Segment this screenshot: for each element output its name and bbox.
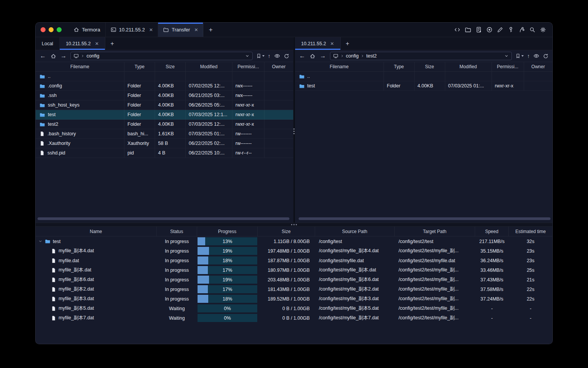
show-hidden-button[interactable] — [533, 53, 539, 59]
transfer-splitter[interactable] — [36, 223, 552, 227]
column-header[interactable]: Size — [258, 227, 315, 236]
minimize-window-button[interactable] — [49, 27, 54, 32]
transfer-size: 181.43MB / 1.00GB — [258, 284, 315, 294]
titlebar-tab[interactable]: Transfer ✕ — [158, 23, 203, 37]
column-header[interactable]: Speed — [475, 227, 509, 236]
column-header[interactable]: Permissi... — [232, 62, 265, 71]
column-header[interactable]: Filename — [295, 62, 384, 71]
close-tab-icon[interactable]: ✕ — [149, 28, 153, 32]
forward-button[interactable]: → — [320, 53, 327, 59]
file-row[interactable]: test2 Folder 4.00KB 07/03/2025 12:... rw… — [36, 120, 293, 129]
file-row[interactable]: .bash_history bash_hi... 1.61KB 07/03/20… — [36, 129, 293, 139]
home-button[interactable] — [50, 53, 57, 59]
transfer-speed: 33.46MB/s — [475, 265, 509, 275]
file-icon — [39, 150, 45, 156]
column-header[interactable]: Type — [124, 62, 155, 71]
transfer-row[interactable]: myfile_副本.dat In progress 17% 180.97MB /… — [36, 265, 552, 275]
horizontal-scrollbar[interactable] — [299, 217, 551, 220]
transfer-eta: 23s — [509, 246, 552, 256]
filename: test2 — [48, 122, 58, 127]
new-tab-button[interactable]: + — [203, 23, 218, 37]
filename: test — [307, 83, 315, 89]
bookmark-dropdown-icon[interactable] — [262, 55, 265, 57]
column-header[interactable]: Source Path — [315, 227, 395, 236]
transfer-speed: 37.24MB/s — [475, 294, 509, 304]
transfer-row[interactable]: test In progress 13% 1.11GB / 8.00GB /co… — [36, 237, 552, 246]
back-button[interactable]: ← — [39, 53, 46, 59]
close-tab-icon[interactable]: ✕ — [194, 28, 198, 32]
file-row[interactable]: .ssh Folder 4.00KB 06/21/2025 03:... rwx… — [36, 91, 293, 100]
titlebar-tab[interactable]: 10.211.55.2 ✕ — [106, 23, 158, 37]
panel-tab[interactable]: Local — [36, 37, 60, 50]
collapse-chevron-icon[interactable] — [38, 239, 42, 243]
bookmark-button[interactable] — [256, 53, 265, 59]
path-segment[interactable]: test2 — [361, 53, 377, 59]
column-header[interactable]: Modified — [186, 62, 232, 71]
file-row[interactable]: test Folder 4.00KB 07/03/2025 01:... rwx… — [295, 81, 553, 91]
titlebar-tab[interactable]: Termora — [69, 23, 106, 37]
file-row[interactable]: .Xauthority Xauthority 58 B 06/22/2025 0… — [36, 139, 293, 148]
path-segment[interactable]: config — [81, 53, 99, 59]
upload-button[interactable]: ↑ — [527, 53, 530, 59]
zoom-window-button[interactable] — [57, 27, 62, 32]
column-header[interactable]: Type — [384, 62, 415, 71]
path-input[interactable]: config — [70, 52, 253, 60]
file-row[interactable]: .config Folder 4.00KB 07/02/2025 12:... … — [36, 81, 293, 91]
column-header[interactable]: Size — [155, 62, 186, 71]
show-hidden-button[interactable] — [274, 53, 280, 59]
file-row[interactable]: .. — [295, 72, 553, 81]
close-tab-icon[interactable]: ✕ — [330, 41, 334, 46]
chevron-down-icon[interactable] — [504, 54, 509, 58]
computer-icon — [74, 53, 79, 59]
panel-tab[interactable]: 10.211.55.2 ✕ — [295, 37, 341, 50]
home-button[interactable] — [309, 53, 316, 59]
column-header[interactable]: Target Path — [395, 227, 475, 236]
file-row[interactable]: test Folder 4.00KB 07/03/2025 12:1... rw… — [36, 110, 293, 120]
transfer-row[interactable]: myfile_副本6.dat In progress 19% 203.48MB … — [36, 275, 552, 284]
path-input[interactable]: config test2 — [330, 52, 512, 60]
column-header[interactable]: Estimated time — [509, 227, 552, 236]
transfer-row[interactable]: myfile_副本5.dat Waiting 0% 0 B / 1.00GB /… — [36, 304, 552, 313]
column-header[interactable]: Status — [157, 227, 197, 236]
close-window-button[interactable] — [41, 27, 46, 32]
chevron-down-icon[interactable] — [245, 54, 250, 58]
new-panel-tab-button[interactable]: + — [341, 37, 354, 50]
file-size: 4 B — [155, 148, 186, 158]
forward-button[interactable]: → — [60, 53, 67, 59]
file-owner — [265, 81, 293, 90]
refresh-button[interactable] — [284, 53, 289, 59]
transfer-status: In progress — [157, 256, 197, 265]
file-row[interactable]: ssh_host_keys Folder 4.00KB 06/26/2025 0… — [36, 100, 293, 110]
refresh-button[interactable] — [543, 53, 549, 59]
transfer-row[interactable]: myfile_副本2.dat In progress 17% 181.43MB … — [36, 284, 552, 294]
file-row[interactable]: .. — [36, 72, 293, 81]
column-header[interactable]: Name — [36, 227, 157, 236]
column-header[interactable]: Modified — [445, 62, 492, 71]
transfer-name: myfile_副本2.dat — [59, 286, 94, 292]
horizontal-scrollbar[interactable] — [38, 217, 289, 220]
file-row[interactable]: sshd.pid pid 4 B 06/22/2025 10:... rw-r-… — [36, 148, 293, 158]
column-header[interactable]: Filename — [36, 62, 124, 71]
transfer-row[interactable]: myfile_副本7.dat Waiting 0% 0 B / 1.00GB /… — [36, 313, 552, 323]
new-panel-tab-button[interactable]: + — [105, 37, 119, 50]
column-header[interactable]: Owner — [524, 62, 553, 71]
column-header[interactable]: Progress — [197, 227, 258, 236]
column-header[interactable]: Permissi... — [492, 62, 524, 71]
filename: ssh_host_keys — [48, 102, 80, 108]
transfer-row[interactable]: myfile_副本3.dat In progress 18% 189.52MB … — [36, 294, 552, 304]
transfer-row[interactable]: myfile.dat In progress 18% 187.87MB / 1.… — [36, 256, 552, 265]
transfer-status: In progress — [157, 265, 197, 275]
bookmark-dropdown-icon[interactable] — [521, 55, 524, 57]
panel-tab[interactable]: 10.211.55.2 ✕ — [60, 37, 105, 50]
upload-button[interactable]: ↑ — [268, 53, 271, 59]
back-button[interactable]: ← — [299, 53, 306, 59]
file-modified: 07/03/2025 12:1... — [186, 110, 232, 119]
column-header[interactable]: Owner — [265, 62, 293, 71]
close-tab-icon[interactable]: ✕ — [95, 41, 99, 46]
transfer-speed: 217.11MB/s — [475, 237, 509, 246]
bookmark-button[interactable] — [515, 53, 524, 59]
column-header[interactable]: Size — [415, 62, 445, 71]
left-table-header: FilenameTypeSizeModifiedPermissi...Owner — [36, 62, 293, 72]
transfer-row[interactable]: myfile_副本4.dat In progress 19% 197.48MB … — [36, 246, 552, 256]
path-segment[interactable]: config — [340, 53, 359, 59]
